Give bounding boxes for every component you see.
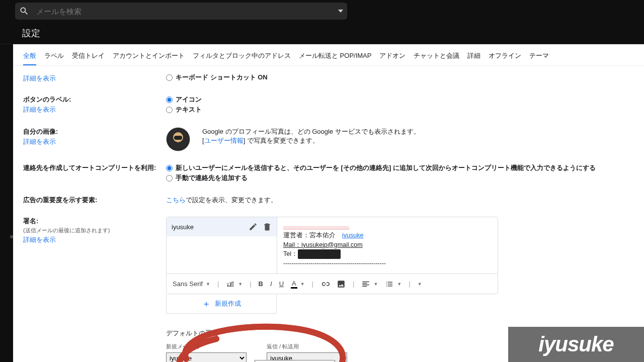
tab-addons[interactable]: アドオン — [379, 48, 406, 65]
plus-icon: ＋ — [202, 300, 211, 307]
bold-button[interactable]: B — [259, 280, 263, 288]
delete-icon[interactable] — [263, 222, 272, 231]
signature-list: iyusuke — [167, 217, 277, 274]
button-labels-icon-label: アイコン — [176, 95, 202, 104]
button-labels-show-more[interactable]: 詳細を表示 — [23, 105, 166, 114]
tab-filters[interactable]: フィルタとブロック中のアドレス — [193, 48, 291, 65]
signature-subtitle: (送信メールの最後に追加されます) — [23, 227, 166, 234]
about-me-link[interactable]: ユーザー情報 — [204, 137, 244, 144]
signature-format-toolbar: Sans Serif▼ | тT▼ | B I U A▼ | | ▼ ▼ — [167, 274, 498, 294]
tab-general[interactable]: 全般 — [23, 48, 36, 65]
autocomplete-opt1-radio[interactable] — [166, 165, 173, 171]
my-picture-title: 自分の画像: — [23, 128, 58, 135]
autocomplete-opt2-label: 手動で連絡先を追加する — [176, 173, 248, 183]
search-input[interactable] — [36, 7, 338, 16]
keyboard-show-more[interactable]: 詳細を表示 — [23, 74, 166, 83]
default-new-mail-select[interactable]: iyusuke — [166, 352, 247, 362]
more-format-button[interactable]: ▼ — [418, 282, 422, 287]
button-labels-text-radio[interactable] — [166, 107, 173, 113]
sig-operator: 運営者：宮本佑介 — [283, 232, 342, 239]
underline-button[interactable]: U — [279, 280, 284, 288]
default-reply-label: 返信 / 転送用 — [267, 343, 347, 350]
autocomplete-opt2-radio[interactable] — [166, 175, 173, 182]
italic-button[interactable]: I — [270, 280, 272, 288]
signature-show-more[interactable]: 詳細を表示 — [23, 235, 166, 244]
autocomplete-title: 連絡先を作成してオートコンプリートを利用: — [23, 164, 156, 171]
search-icon — [19, 6, 29, 16]
tab-inbox[interactable]: 受信トレイ — [72, 48, 105, 65]
sig-dashes-bottom: ----------------------------------------… — [283, 259, 492, 268]
page-title: 設定 — [0, 22, 644, 44]
link-button[interactable] — [320, 280, 330, 289]
sig-tel-redacted: 0##-####-#### — [298, 249, 341, 259]
tab-forwarding[interactable]: メール転送と POP/IMAP — [299, 48, 371, 65]
autocomplete-opt1-label: 新しいユーザーにメールを送信すると、そのユーザーを [その他の連絡先] に追加し… — [176, 163, 596, 172]
keyboard-shortcut-on-radio[interactable] — [166, 74, 173, 81]
ads-rest: で設定を表示、変更できます。 — [186, 196, 277, 204]
list-button[interactable]: ▼ — [385, 280, 401, 289]
keyboard-shortcut-on-label: キーボード ショートカット ON — [176, 73, 268, 82]
svg-text:тT: тT — [227, 281, 233, 287]
sig-tel-label: Tel： — [283, 250, 298, 257]
signature-item[interactable]: iyusuke — [167, 217, 277, 236]
text-color-button[interactable]: A▼ — [291, 280, 305, 289]
tab-offline[interactable]: オフライン — [489, 48, 521, 65]
settings-tabs: 全般 ラベル 受信トレイ アカウントとインポート フィルタとブロック中のアドレス… — [13, 44, 644, 66]
search-options-icon[interactable] — [338, 10, 343, 13]
image-button[interactable] — [337, 280, 346, 289]
tab-chat[interactable]: チャットと会議 — [414, 48, 459, 65]
tab-advanced[interactable]: 詳細 — [467, 48, 480, 65]
sig-site-link[interactable]: iyusuke — [342, 232, 363, 239]
tab-themes[interactable]: テーマ — [529, 48, 549, 65]
search-box[interactable] — [15, 3, 347, 20]
sig-mail-value: iyusukejp@gmail.com — [301, 241, 363, 248]
signature-preview[interactable]: ----------------------------------------… — [277, 217, 498, 274]
tab-labels[interactable]: ラベル — [44, 48, 64, 65]
button-labels-text-label: テキスト — [176, 105, 202, 114]
font-family-select[interactable]: Sans Serif▼ — [173, 280, 210, 288]
sig-mail-label: Mail： — [283, 241, 301, 248]
default-new-mail-label: 新規メール用 — [166, 343, 247, 350]
font-size-select[interactable]: тT▼ — [226, 280, 243, 289]
edit-icon[interactable] — [249, 222, 258, 231]
ads-settings-link[interactable]: こちら — [166, 196, 186, 204]
button-labels-title: ボタンのラベル: — [23, 96, 71, 103]
avatar[interactable] — [166, 127, 190, 151]
app-chrome-left — [0, 44, 13, 362]
button-labels-icon-radio[interactable] — [166, 97, 173, 103]
signature-title: 署名: — [23, 217, 38, 225]
create-new-signature[interactable]: ＋ 新規作成 — [166, 294, 277, 314]
signature-item-name: iyusuke — [172, 223, 244, 231]
ads-title: 広告の重要度を示す要素: — [23, 196, 97, 204]
watermark: iyusuke — [508, 327, 644, 362]
tab-accounts[interactable]: アカウントとインポート — [113, 48, 185, 65]
default-reply-options: 署名なし iyusuke — [255, 360, 335, 362]
signature-editor: iyusuke --------------------------------… — [166, 217, 498, 294]
profile-desc-2b: ] で写真を変更できます。 — [244, 137, 319, 144]
profile-desc-1: Google のプロフィール写真は、どの Google サービスでも表示されます… — [202, 127, 420, 136]
sig-dashes-top: ----------------------------------------… — [283, 224, 349, 229]
my-picture-show-more[interactable]: 詳細を表示 — [23, 137, 166, 146]
align-button[interactable]: ▼ — [361, 280, 378, 289]
create-new-label: 新規作成 — [215, 299, 241, 308]
